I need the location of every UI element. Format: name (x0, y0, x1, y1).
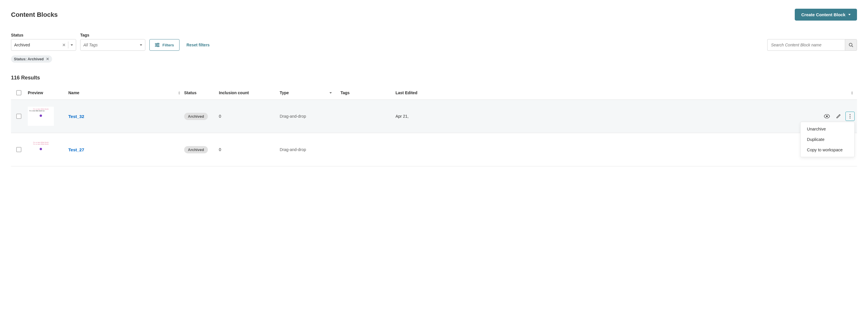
page-header: Content Blocks Create Content Block (11, 9, 857, 21)
tags-select[interactable]: All Tags (80, 39, 145, 51)
sort-down-icon (330, 92, 332, 94)
create-button-label: Create Content Block (801, 12, 845, 17)
chip-remove-icon[interactable]: ✕ (46, 57, 49, 61)
table-row: I'm a new little block I'm a new little … (11, 133, 857, 166)
sort-icon: ▲▼ (178, 91, 184, 95)
filters-button[interactable]: Filters (149, 39, 180, 51)
chevron-down-icon (71, 45, 73, 46)
row-inclusion: 0 (219, 147, 280, 152)
row-type: Drag-and-drop (280, 114, 340, 119)
row-checkbox[interactable] (16, 114, 22, 119)
svg-line-7 (852, 46, 853, 47)
table-header: Preview Name ▲▼ Status Inclusion count T… (11, 86, 857, 100)
status-clear-icon[interactable]: ✕ (62, 42, 66, 47)
svg-point-11 (849, 117, 850, 118)
row-last-edited: Apr 21, (396, 114, 857, 119)
kebab-icon (849, 114, 850, 119)
svg-point-6 (849, 43, 852, 46)
status-filter-group: Status Archived ✕ (11, 33, 76, 51)
col-last-edited[interactable]: Last Edited ▲▼ (396, 90, 857, 95)
row-checkbox[interactable] (16, 147, 22, 152)
tags-filter-label: Tags (80, 33, 145, 37)
table-row: I'm a new little block I'm a new little … (11, 100, 857, 133)
status-badge: Archived (184, 113, 208, 120)
col-tags: Tags (340, 90, 396, 95)
svg-point-5 (157, 46, 159, 47)
col-status: Status (184, 90, 219, 95)
tags-filter-group: Tags All Tags (80, 33, 145, 51)
row-name-link[interactable]: Test_27 (68, 147, 84, 152)
page-title: Content Blocks (11, 11, 58, 19)
svg-point-4 (156, 45, 157, 46)
edit-action[interactable] (834, 112, 843, 121)
svg-point-3 (157, 43, 159, 44)
preview-thumbnail[interactable]: I'm a new little block I'm a new little … (28, 107, 54, 126)
filter-chip[interactable]: Status: Archived ✕ (11, 55, 52, 63)
search-icon (848, 42, 853, 47)
filter-chip-label: Status: Archived (14, 57, 44, 61)
eye-icon (824, 114, 830, 118)
menu-item-copy-workspace[interactable]: Copy to workspace (801, 145, 855, 155)
tags-select-value: All Tags (83, 42, 98, 47)
status-select-value: Archived (14, 42, 30, 47)
row-actions (822, 112, 855, 121)
col-inclusion: Inclusion count (219, 90, 280, 95)
row-actions-menu: Unarchive Duplicate Copy to workspace (800, 122, 855, 157)
results-count: 116 Results (11, 75, 857, 81)
preview-thumbnail[interactable]: I'm a new little block I'm a new little … (28, 140, 54, 159)
sort-icon: ▲▼ (850, 91, 857, 95)
chevron-down-icon (140, 45, 142, 46)
status-select[interactable]: Archived ✕ (11, 39, 76, 51)
filters-button-label: Filters (162, 43, 174, 47)
row-name-link[interactable]: Test_32 (68, 114, 84, 119)
row-inclusion: 0 (219, 114, 280, 119)
status-badge: Archived (184, 146, 208, 153)
svg-point-10 (849, 116, 850, 117)
svg-point-9 (849, 114, 850, 115)
create-content-block-button[interactable]: Create Content Block (795, 9, 857, 21)
pencil-icon (836, 114, 841, 119)
svg-point-8 (826, 115, 828, 117)
col-type[interactable]: Type (280, 90, 340, 95)
sliders-icon (155, 43, 159, 47)
row-type: Drag-and-drop (280, 147, 340, 152)
col-preview: Preview (28, 90, 68, 95)
status-filter-label: Status (11, 33, 76, 37)
more-actions-button[interactable] (845, 112, 855, 121)
search-input[interactable] (767, 39, 845, 51)
menu-item-duplicate[interactable]: Duplicate (801, 134, 855, 145)
menu-item-unarchive[interactable]: Unarchive (801, 124, 855, 134)
caret-down-icon (848, 14, 850, 16)
select-divider (68, 41, 68, 49)
search-wrap (767, 39, 857, 51)
reset-filters-link[interactable]: Reset filters (184, 39, 213, 51)
content-blocks-table: Preview Name ▲▼ Status Inclusion count T… (11, 86, 857, 166)
preview-action[interactable] (822, 112, 832, 121)
filter-row: Status Archived ✕ Tags All Tags Filters … (11, 33, 857, 51)
select-all-checkbox[interactable] (16, 90, 22, 95)
search-button[interactable] (845, 39, 857, 51)
col-name[interactable]: Name ▲▼ (68, 90, 184, 95)
